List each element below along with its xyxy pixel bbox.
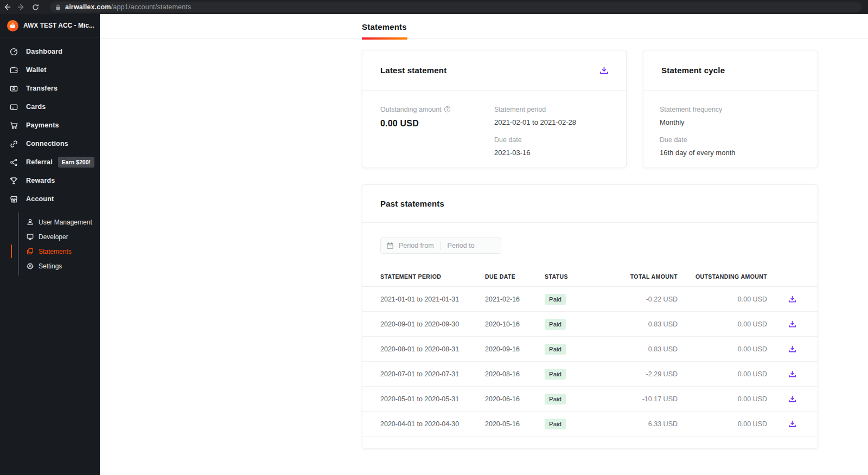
sidebar-item-developer[interactable]: Developer bbox=[19, 229, 100, 244]
table-row: 2021-01-01 to 2021-01-31 2021-02-16 Paid… bbox=[362, 287, 818, 312]
help-icon[interactable] bbox=[444, 106, 451, 113]
browser-forward-button[interactable] bbox=[14, 0, 28, 14]
past-statements-card: Past statements Period from Period to ST… bbox=[362, 184, 818, 449]
account-switcher[interactable]: AWX TEST ACC - Mic... bbox=[0, 14, 100, 37]
row-download-button[interactable] bbox=[788, 320, 796, 328]
active-tab-underline bbox=[362, 37, 407, 40]
row-download-button[interactable] bbox=[788, 420, 796, 428]
col-statement-period: STATEMENT PERIOD bbox=[380, 273, 485, 280]
cell-due-date: 2020-09-16 bbox=[485, 345, 545, 353]
sidebar-item-account[interactable]: Account bbox=[0, 190, 100, 208]
cycle-due-date-label: Due date bbox=[660, 136, 687, 144]
sidebar-item-label: Connections bbox=[26, 140, 68, 147]
gear-icon bbox=[26, 262, 34, 270]
row-download-button[interactable] bbox=[788, 395, 796, 403]
download-icon bbox=[788, 320, 796, 328]
status-badge: Paid bbox=[545, 369, 566, 380]
forward-arrow-icon bbox=[17, 3, 25, 11]
sidebar: AWX TEST ACC - Mic... Dashboard Wallet T… bbox=[0, 14, 100, 475]
account-submenu: User Management Developer Statements Set… bbox=[18, 213, 100, 275]
status-badge: Paid bbox=[545, 319, 566, 330]
lock-icon bbox=[55, 4, 61, 10]
status-badge: Paid bbox=[545, 394, 566, 405]
cell-total-amount: 0.83 USD bbox=[607, 345, 678, 353]
wallet-icon bbox=[9, 66, 18, 74]
filter-row: Period from Period to bbox=[380, 238, 818, 254]
cell-total-amount: -10.17 USD bbox=[607, 395, 678, 403]
browser-reload-button[interactable] bbox=[28, 0, 42, 14]
sidebar-item-payments[interactable]: Payments bbox=[0, 116, 100, 134]
col-total-amount: TOTAL AMOUNT bbox=[607, 273, 678, 280]
sidebar-item-referral[interactable]: Referral Earn $200! bbox=[0, 153, 100, 171]
download-icon bbox=[788, 420, 796, 428]
url-text: airwallex.com/app1/account/statements bbox=[65, 3, 192, 11]
cell-outstanding-amount: 0.00 USD bbox=[678, 320, 767, 328]
url-domain: airwallex.com bbox=[65, 3, 111, 11]
sidebar-item-label: Wallet bbox=[26, 66, 47, 74]
cell-outstanding-amount: 0.00 USD bbox=[678, 370, 767, 378]
referral-earn-badge[interactable]: Earn $200! bbox=[58, 157, 94, 168]
row-download-button[interactable] bbox=[788, 295, 796, 303]
sidebar-item-user-management[interactable]: User Management bbox=[19, 215, 100, 229]
back-arrow-icon bbox=[3, 3, 11, 11]
cell-due-date: 2020-10-16 bbox=[485, 320, 545, 328]
sidebar-item-cards[interactable]: Cards bbox=[0, 98, 100, 116]
past-statements-title: Past statements bbox=[380, 199, 444, 208]
page-header: Statements bbox=[100, 14, 868, 39]
table-row: 2020-08-01 to 2020-08-31 2020-09-16 Paid… bbox=[362, 337, 818, 362]
cell-statement-period: 2021-01-01 to 2021-01-31 bbox=[380, 296, 485, 303]
briefcase-icon bbox=[10, 23, 16, 29]
outstanding-amount-label: Outstanding amount bbox=[380, 106, 442, 113]
latest-statement-download-button[interactable] bbox=[599, 66, 609, 75]
user-icon bbox=[26, 219, 34, 226]
statement-cycle-title: Statement cycle bbox=[661, 66, 725, 75]
sidebar-item-statements[interactable]: Statements bbox=[19, 244, 100, 259]
sidebar-item-dashboard[interactable]: Dashboard bbox=[0, 42, 100, 61]
table-header-row: STATEMENT PERIOD DUE DATE STATUS TOTAL A… bbox=[362, 266, 818, 287]
monitor-icon bbox=[26, 233, 34, 241]
share-icon bbox=[9, 158, 18, 166]
table-row: 2020-04-01 to 2020-04-30 2020-05-16 Paid… bbox=[362, 412, 818, 437]
sidebar-item-label: User Management bbox=[39, 219, 92, 226]
outstanding-amount-value: 0.00 USD bbox=[380, 119, 494, 129]
statement-period-value: 2021-02-01 to 2021-02-28 bbox=[494, 118, 576, 126]
cell-statement-period: 2020-09-01 to 2020-09-30 bbox=[380, 320, 485, 328]
cell-statement-period: 2020-05-01 to 2020-05-31 bbox=[380, 395, 485, 403]
sidebar-item-settings[interactable]: Settings bbox=[19, 259, 100, 273]
download-icon bbox=[599, 66, 609, 75]
latest-statement-title: Latest statement bbox=[380, 66, 446, 75]
period-from-input[interactable]: Period from bbox=[399, 242, 434, 249]
sidebar-item-rewards[interactable]: Rewards bbox=[0, 171, 100, 190]
download-icon bbox=[788, 370, 796, 378]
statement-frequency-value: Monthly bbox=[660, 118, 818, 126]
account-name: AWX TEST ACC - Mic... bbox=[23, 22, 94, 29]
url-path: /app1/account/statements bbox=[111, 3, 192, 11]
cell-outstanding-amount: 0.00 USD bbox=[678, 420, 767, 428]
row-download-button[interactable] bbox=[788, 345, 796, 353]
table-row: 2020-07-01 to 2020-07-31 2020-08-16 Paid… bbox=[362, 362, 818, 387]
reload-icon bbox=[32, 4, 39, 11]
period-to-input[interactable]: Period to bbox=[448, 242, 475, 249]
sidebar-item-label: Developer bbox=[39, 233, 68, 241]
cell-total-amount: -0.22 USD bbox=[607, 296, 678, 303]
address-bar[interactable]: airwallex.com/app1/account/statements bbox=[50, 2, 861, 12]
shopping-cart-icon bbox=[9, 121, 18, 130]
account-avatar bbox=[7, 20, 18, 31]
statement-cycle-card: Statement cycle Statement frequency Mont… bbox=[643, 50, 818, 168]
period-range-picker[interactable]: Period from Period to bbox=[380, 238, 501, 254]
cell-due-date: 2020-08-16 bbox=[485, 370, 545, 378]
sidebar-item-transfers[interactable]: Transfers bbox=[0, 79, 100, 98]
browser-back-button[interactable] bbox=[0, 0, 14, 14]
page-title: Statements bbox=[362, 22, 407, 31]
sidebar-item-label: Payments bbox=[26, 121, 59, 129]
statement-frequency-label: Statement frequency bbox=[660, 106, 722, 113]
sidebar-item-connections[interactable]: Connections bbox=[0, 134, 100, 153]
sidebar-item-wallet[interactable]: Wallet bbox=[0, 61, 100, 79]
row-download-button[interactable] bbox=[788, 370, 796, 378]
cell-total-amount: 6.33 USD bbox=[607, 420, 678, 428]
table-row: 2020-05-01 to 2020-05-31 2020-06-16 Paid… bbox=[362, 387, 818, 412]
due-date-value: 2021-03-16 bbox=[494, 149, 576, 157]
table-row: 2020-09-01 to 2020-09-30 2020-10-16 Paid… bbox=[362, 312, 818, 337]
trophy-icon bbox=[9, 176, 18, 185]
tab-statements[interactable]: Statements bbox=[362, 14, 407, 39]
